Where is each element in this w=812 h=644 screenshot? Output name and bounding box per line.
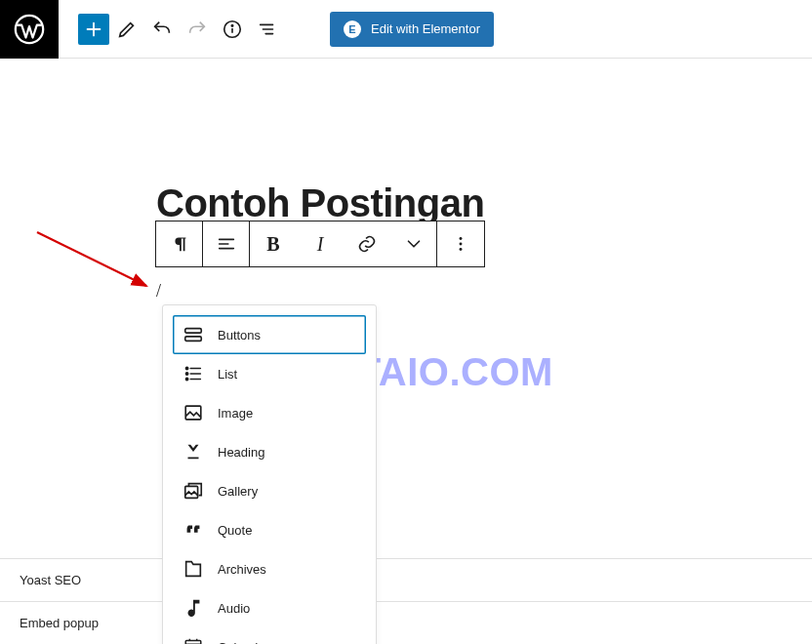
svg-point-11	[185, 378, 187, 380]
svg-point-5	[460, 248, 463, 251]
annotation-arrow	[33, 224, 160, 302]
popup-item-label: Archives	[218, 562, 266, 577]
block-inserter-popup: Buttons List Image	[162, 304, 377, 644]
svg-rect-7	[185, 329, 202, 334]
popup-item-calendar[interactable]: Calendar	[173, 627, 366, 644]
document-outline-button[interactable]	[250, 12, 285, 47]
svg-rect-8	[185, 337, 202, 342]
popup-item-label: Quote	[218, 523, 252, 538]
elementor-icon: E	[344, 20, 361, 38]
svg-point-2	[231, 24, 232, 25]
more-options-button[interactable]	[437, 221, 484, 266]
svg-rect-14	[185, 641, 201, 644]
bold-button[interactable]: B	[250, 221, 297, 266]
italic-button[interactable]: I	[297, 221, 344, 266]
buttons-icon	[183, 324, 204, 345]
calendar-icon	[183, 636, 204, 644]
popup-item-label: List	[218, 367, 237, 382]
svg-point-9	[185, 367, 187, 369]
popup-item-label: Audio	[218, 601, 250, 616]
redo-button[interactable]	[180, 12, 215, 47]
svg-line-6	[37, 232, 146, 286]
panel-yoast-seo[interactable]: Yoast SEO	[0, 558, 812, 601]
panel-label: Yoast SEO	[20, 573, 81, 587]
edit-with-elementor-button[interactable]: E Edit with Elementor	[330, 12, 494, 47]
popup-item-heading[interactable]: Heading	[173, 432, 366, 471]
align-text-button[interactable]	[203, 221, 250, 266]
popup-item-archives[interactable]: Archives	[173, 549, 366, 588]
popup-item-gallery[interactable]: Gallery	[173, 471, 366, 510]
popup-item-label: Heading	[218, 445, 264, 460]
edit-mode-button[interactable]	[109, 12, 144, 47]
svg-rect-13	[185, 486, 198, 498]
add-block-button[interactable]	[78, 14, 109, 45]
elementor-label: Edit with Elementor	[371, 21, 480, 36]
link-button[interactable]	[344, 221, 390, 266]
list-icon	[183, 363, 204, 384]
popup-item-label: Gallery	[218, 484, 258, 499]
gallery-icon	[183, 480, 204, 502]
popup-item-audio[interactable]: Audio	[173, 588, 366, 627]
popup-item-list[interactable]: List	[173, 354, 366, 393]
audio-icon	[183, 597, 204, 619]
popup-item-buttons[interactable]: Buttons	[173, 315, 366, 354]
more-rich-text-button[interactable]	[390, 221, 437, 266]
slash-text[interactable]: /	[156, 281, 161, 302]
undo-button[interactable]	[144, 12, 180, 47]
svg-rect-12	[185, 406, 201, 420]
svg-point-3	[460, 237, 463, 240]
svg-point-4	[460, 243, 463, 246]
panel-label: Embed popup	[20, 616, 99, 630]
popup-item-label: Image	[218, 406, 253, 421]
svg-point-10	[185, 373, 187, 375]
top-toolbar: E Edit with Elementor	[0, 0, 812, 59]
quote-icon	[183, 519, 204, 541]
heading-icon	[183, 441, 204, 463]
wordpress-logo[interactable]	[0, 0, 59, 59]
paragraph-block-icon[interactable]	[156, 221, 203, 266]
info-button[interactable]	[215, 12, 250, 47]
panel-embed-popup[interactable]: Embed popup	[0, 601, 812, 644]
popup-item-quote[interactable]: Quote	[173, 510, 366, 549]
bottom-panels: Yoast SEO Embed popup	[0, 558, 812, 644]
page-title[interactable]: Contoh Postingan	[156, 181, 484, 225]
image-icon	[183, 402, 204, 423]
editor-area: Contoh Postingan B I	[0, 59, 812, 115]
block-toolbar: B I	[155, 221, 485, 267]
archives-icon	[183, 558, 204, 580]
popup-item-image[interactable]: Image	[173, 393, 366, 432]
popup-item-label: Buttons	[218, 328, 261, 342]
popup-item-label: Calendar	[218, 640, 269, 645]
